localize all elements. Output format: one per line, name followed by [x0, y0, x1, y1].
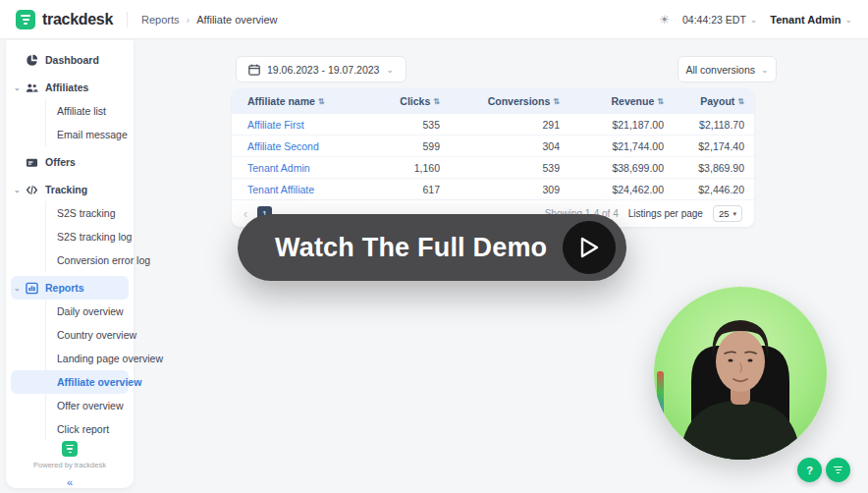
- column-header-clicks[interactable]: Clicks⇅: [379, 95, 440, 107]
- payout-cell: $2,174.40: [664, 140, 744, 152]
- trackdesk-logo[interactable]: trackdesk: [16, 10, 113, 29]
- sort-icon: ⇅: [433, 97, 440, 106]
- sidebar-item-country-overview[interactable]: Country overview: [6, 323, 134, 347]
- sidebar-item-label: Affiliate list: [57, 105, 106, 117]
- sidebar-nav: Dashboard⌄AffiliatesAffiliate listEmail …: [6, 48, 134, 441]
- sidebar-item-label: Conversion error log: [57, 254, 150, 266]
- sidebar-collapse-button[interactable]: «: [6, 476, 134, 488]
- sidebar-item-dashboard[interactable]: Dashboard: [6, 48, 134, 72]
- pagination-prev-icon[interactable]: ‹: [244, 207, 247, 221]
- sort-icon: ⇅: [657, 97, 664, 106]
- chevron-down-icon: ⌄: [761, 65, 769, 75]
- dashboard-icon: [26, 54, 38, 67]
- presenter-video-bubble[interactable]: [654, 287, 827, 460]
- sidebar-item-conversion-error-log[interactable]: Conversion error log: [6, 248, 134, 272]
- column-label: Payout: [700, 95, 734, 107]
- watch-demo-button[interactable]: Watch The Full Demo: [238, 214, 626, 281]
- brand-name: trackdesk: [42, 11, 113, 28]
- payout-cell: $3,869.90: [664, 162, 744, 174]
- demo-cta-label: Watch The Full Demo: [275, 233, 547, 263]
- question-mark-icon: ?: [806, 465, 813, 476]
- conversions-cell: 304: [440, 140, 560, 152]
- sidebar-item-reports[interactable]: ⌄Reports: [11, 276, 129, 300]
- chevron-down-icon: ⌄: [14, 186, 21, 194]
- sidebar-item-offer-overview[interactable]: Offer overview: [6, 394, 134, 417]
- sidebar-item-s2s-tracking-log[interactable]: S2S tracking log: [6, 225, 134, 248]
- sidebar-item-email-message[interactable]: Email message: [6, 123, 134, 146]
- help-fab-button[interactable]: ?: [797, 458, 822, 482]
- chevron-down-icon: ⌄: [844, 15, 852, 25]
- column-label: Clicks: [400, 95, 430, 107]
- app-window: trackdesk Reports › Affiliate overview ☀…: [0, 0, 868, 493]
- date-range-picker[interactable]: 19.06.2023 - 19.07.2023 ⌄: [236, 56, 407, 82]
- table-header: Affiliate name⇅Clicks⇅Conversions⇅Revenu…: [232, 88, 754, 114]
- sort-icon: ⇅: [737, 97, 744, 106]
- column-header-conversions[interactable]: Conversions⇅: [440, 95, 560, 107]
- reports-icon: [26, 282, 38, 295]
- sidebar-item-daily-overview[interactable]: Daily overview: [6, 300, 134, 323]
- per-page-select[interactable]: 25 ▾: [713, 205, 742, 222]
- powered-by-label: Powered by trackdesk: [6, 461, 134, 469]
- sidebar-item-tracking[interactable]: ⌄Tracking: [6, 178, 134, 201]
- conversions-filter-value: All conversions: [685, 64, 755, 76]
- table-row-affiliate-first: Affiliate First535291$21,187.00$2,118.70: [232, 114, 754, 136]
- sidebar-item-landing-page-overview[interactable]: Landing page overview: [6, 347, 134, 370]
- tracking-icon: [26, 184, 38, 196]
- chevron-down-icon: ▾: [732, 210, 736, 218]
- affiliate-overview-table: Affiliate name⇅Clicks⇅Conversions⇅Revenu…: [232, 88, 754, 227]
- column-label: Conversions: [488, 95, 551, 107]
- sidebar-item-click-report[interactable]: Click report: [6, 417, 134, 441]
- breadcrumb-section[interactable]: Reports: [141, 14, 180, 26]
- sidebar-item-affiliate-list[interactable]: Affiliate list: [6, 99, 134, 123]
- calendar-icon: [248, 64, 260, 76]
- user-menu[interactable]: Tenant Admin ⌄: [770, 14, 852, 26]
- conversions-cell: 309: [440, 184, 560, 195]
- affiliates-icon: [26, 82, 38, 94]
- offers-icon: [26, 156, 38, 169]
- chevron-down-icon: ⌄: [750, 15, 758, 25]
- sidebar-item-offers[interactable]: Offers: [6, 150, 134, 174]
- table-row-tenant-admin: Tenant Admin1,160539$38,699.00$3,869.90: [232, 157, 754, 179]
- clicks-cell: 599: [379, 140, 440, 152]
- per-page-value: 25: [719, 208, 730, 219]
- column-header-revenue[interactable]: Revenue⇅: [560, 95, 664, 107]
- sidebar-item-affiliate-overview[interactable]: Affiliate overview: [11, 370, 129, 394]
- divider: [127, 12, 128, 27]
- column-header-affiliate-name[interactable]: Affiliate name⇅: [232, 95, 379, 107]
- sun-icon[interactable]: ☀: [659, 13, 670, 27]
- play-icon[interactable]: [563, 221, 616, 274]
- affiliate-name-link[interactable]: Tenant Admin: [232, 162, 379, 174]
- sidebar-item-label: Landing page overview: [57, 353, 163, 364]
- column-label: Revenue: [612, 95, 655, 107]
- chevron-down-icon: ⌄: [386, 65, 394, 75]
- table-body: Affiliate First535291$21,187.00$2,118.70…: [232, 114, 754, 200]
- clicks-cell: 617: [379, 184, 440, 195]
- column-header-payout[interactable]: Payout⇅: [664, 95, 744, 107]
- sidebar-item-label: Offer overview: [57, 400, 124, 411]
- timezone-dropdown[interactable]: 04:44:23 EDT ⌄: [682, 14, 757, 26]
- sidebar-item-label: S2S tracking: [57, 207, 116, 219]
- sort-icon: ⇅: [553, 97, 560, 106]
- affiliate-name-link[interactable]: Affiliate First: [232, 119, 379, 131]
- sidebar-item-label: Country overview: [57, 329, 136, 341]
- affiliate-name-link[interactable]: Affiliate Second: [232, 140, 379, 152]
- sidebar-footer: Powered by trackdesk «: [6, 441, 134, 493]
- sidebar-item-label: Click report: [57, 423, 109, 435]
- sidebar-item-s2s-tracking[interactable]: S2S tracking: [6, 201, 134, 225]
- sort-icon: ⇅: [318, 97, 325, 106]
- sidebar: Dashboard⌄AffiliatesAffiliate listEmail …: [6, 40, 134, 488]
- conversions-cell: 539: [440, 162, 560, 174]
- affiliate-name-link[interactable]: Tenant Affiliate: [232, 184, 379, 195]
- sidebar-item-label: Dashboard: [45, 54, 99, 66]
- clicks-cell: 1,160: [379, 162, 440, 174]
- table-row-tenant-affiliate: Tenant Affiliate617309$24,462.00$2,446.2…: [232, 179, 754, 200]
- funnel-icon: [834, 466, 842, 474]
- sidebar-item-label: Reports: [45, 282, 84, 294]
- sidebar-item-label: Affiliate overview: [57, 376, 141, 388]
- conversions-filter-dropdown[interactable]: All conversions ⌄: [678, 56, 777, 82]
- sidebar-item-affiliates[interactable]: ⌄Affiliates: [6, 76, 134, 99]
- trackdesk-fab-button[interactable]: [826, 458, 850, 482]
- sidebar-item-label: Email message: [57, 129, 128, 140]
- chevron-down-icon: ⌄: [14, 284, 21, 293]
- chevron-down-icon: ⌄: [14, 83, 21, 92]
